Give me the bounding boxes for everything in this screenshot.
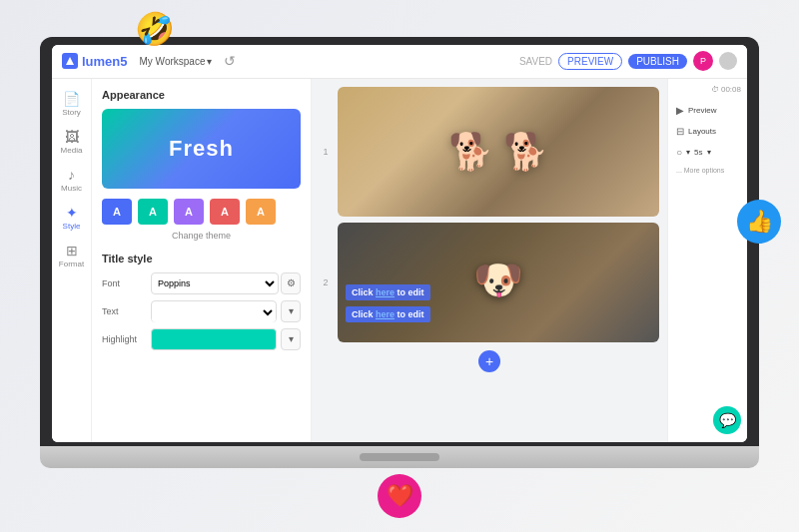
title-style-label: Title style <box>102 253 301 265</box>
heart-icon: ❤️ <box>378 474 421 518</box>
right-panel: ⏱ 00:08 ▶ Preview ⊟ Layouts <box>667 79 747 442</box>
sidebar-item-music[interactable]: ♪ Music <box>54 163 90 197</box>
slide-row-1: 1 <box>320 87 659 217</box>
music-icon: ♪ <box>68 167 75 183</box>
highlight-color-picker[interactable] <box>151 328 277 350</box>
topbar: lumen5 My Workspace ▾ ↺ SAVED PREVIEW PU… <box>52 45 747 79</box>
swatch-purple[interactable]: A <box>174 199 204 225</box>
timer-value: 00:08 <box>721 85 741 94</box>
sidebar-label-music: Music <box>61 184 82 193</box>
slide-1-image <box>338 87 659 217</box>
logo: lumen5 <box>62 53 128 69</box>
workspace-button[interactable]: My Workspace ▾ <box>140 56 213 67</box>
preview-right-button[interactable]: ▶ Preview <box>674 102 741 119</box>
laptop-base <box>40 446 759 468</box>
add-slide-button[interactable]: + <box>478 350 500 372</box>
slide-2[interactable]: Click here to edit Click here to edit <box>338 223 659 342</box>
slide-number-2: 2 <box>320 277 332 287</box>
swatch-blue[interactable]: A <box>102 199 132 225</box>
app-window: lumen5 My Workspace ▾ ↺ SAVED PREVIEW PU… <box>52 45 747 442</box>
font-settings-button[interactable]: ⚙ <box>281 272 301 294</box>
svg-marker-0 <box>66 57 74 65</box>
logo-icon <box>62 53 78 69</box>
theme-name: Fresh <box>169 136 234 162</box>
duration-value: 5s <box>694 148 702 157</box>
duration-chevron-right: ▾ <box>707 148 711 157</box>
duration-row[interactable]: ○ ▾ 5s ▾ <box>674 144 741 161</box>
appearance-panel: Appearance Fresh A A A A A <box>92 79 312 442</box>
undo-button[interactable]: ↺ <box>224 53 236 69</box>
overlay-line-1[interactable]: Click here to edit <box>346 284 430 300</box>
media-icon: 🖼 <box>65 129 79 145</box>
saved-status: SAVED <box>519 56 552 67</box>
chat-bubble-button[interactable]: 💬 <box>713 406 741 434</box>
slide-number-1: 1 <box>320 147 332 157</box>
font-label: Font <box>102 278 147 288</box>
text-label: Text <box>102 306 147 316</box>
laptop-screen: lumen5 My Workspace ▾ ↺ SAVED PREVIEW PU… <box>40 37 759 446</box>
style-icon: ✦ <box>66 205 78 221</box>
layouts-icon: ⊟ <box>676 126 684 137</box>
highlight-row: Highlight ▾ <box>102 328 301 350</box>
swatch-teal[interactable]: A <box>138 199 168 225</box>
main-area: 📄 Story 🖼 Media ♪ Music <box>52 79 747 442</box>
play-icon: ▶ <box>676 105 684 116</box>
font-select-wrap: Poppins Roboto Open Sans ⚙ <box>151 272 301 294</box>
here-underline-1: here <box>376 287 395 297</box>
swatch-red[interactable]: A <box>210 199 240 225</box>
more-options-button[interactable]: ... More options <box>674 165 741 176</box>
sidebar: 📄 Story 🖼 Media ♪ Music <box>52 79 92 442</box>
highlight-label: Highlight <box>102 334 147 344</box>
duration-chevron: ▾ <box>686 148 690 157</box>
preview-button[interactable]: PREVIEW <box>558 53 622 70</box>
chevron-down-icon: ▾ <box>207 56 212 67</box>
text-color-select[interactable] <box>152 302 276 322</box>
overlay-line-2[interactable]: Click here to edit <box>346 306 430 322</box>
chat-icon: 💬 <box>719 412 736 428</box>
theme-card[interactable]: Fresh <box>102 109 301 189</box>
laptop: lumen5 My Workspace ▾ ↺ SAVED PREVIEW PU… <box>40 37 759 496</box>
topbar-right: SAVED PREVIEW PUBLISH P <box>519 51 737 71</box>
sidebar-item-story[interactable]: 📄 Story <box>54 87 90 121</box>
sidebar-label-story: Story <box>62 108 81 117</box>
workspace-label: My Workspace <box>140 56 206 67</box>
panel-title: Appearance <box>102 89 301 101</box>
sidebar-label-media: Media <box>61 146 83 155</box>
slide-1[interactable] <box>338 87 659 217</box>
user-icon <box>719 52 737 70</box>
avatar: P <box>693 51 713 71</box>
sidebar-item-format[interactable]: ⊞ Format <box>54 239 90 272</box>
canvas-area: 1 2 <box>312 79 667 442</box>
color-swatches: A A A A A <box>102 199 301 225</box>
highlight-color-chevron[interactable]: ▾ <box>281 328 301 350</box>
scene: 🤣 👍 ❤️ lumen5 <box>0 0 799 532</box>
logo-text: lumen5 <box>82 54 128 69</box>
story-icon: 📄 <box>63 91 80 107</box>
publish-button[interactable]: PUBLISH <box>628 54 687 69</box>
font-select[interactable]: Poppins Roboto Open Sans <box>151 272 279 294</box>
sidebar-item-style[interactable]: ✦ Style <box>54 201 90 235</box>
format-icon: ⊞ <box>66 243 78 259</box>
laughing-emoji: 🤣 <box>135 10 175 48</box>
slide-row-2: 2 Click here to edit <box>320 223 659 342</box>
timer-icon: ⏱ <box>711 85 719 94</box>
here-underline-2: here <box>376 309 395 319</box>
slide-2-overlay: Click here to edit Click here to edit <box>346 281 651 322</box>
sidebar-label-format: Format <box>59 260 84 268</box>
laptop-notch <box>360 453 439 461</box>
preview-right-label: Preview <box>688 106 716 115</box>
timer-row: ⏱ 00:08 <box>674 85 741 94</box>
clock-icon: ○ <box>676 147 682 158</box>
swatch-orange[interactable]: A <box>246 199 276 225</box>
change-theme-button[interactable]: Change theme <box>102 231 301 241</box>
text-color-picker[interactable] <box>151 300 277 322</box>
app: lumen5 My Workspace ▾ ↺ SAVED PREVIEW PU… <box>52 45 747 442</box>
font-row: Font Poppins Roboto Open Sans ⚙ <box>102 272 301 294</box>
thumbsup-icon: 👍 <box>737 200 781 244</box>
text-color-chevron[interactable]: ▾ <box>281 300 301 322</box>
sidebar-label-style: Style <box>63 222 81 231</box>
sidebar-item-media[interactable]: 🖼 Media <box>54 125 90 159</box>
text-row: Text ▾ <box>102 300 301 322</box>
layouts-label: Layouts <box>688 127 716 136</box>
layouts-button[interactable]: ⊟ Layouts <box>674 123 741 140</box>
